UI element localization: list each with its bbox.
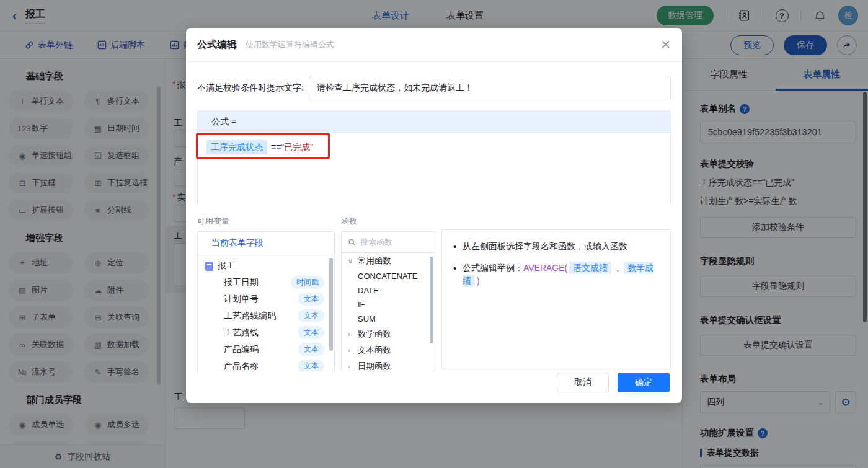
type-badge: 文本 [298,293,324,306]
function-group[interactable]: ›日期函数 [342,358,435,371]
form-root-node[interactable]: 报工 [198,258,334,274]
function-search-input[interactable] [360,237,422,247]
function-group[interactable]: ›文本函数 [342,342,435,358]
prompt-text-input[interactable]: 请检查工序完成状态，如未完成请返工！ [309,76,671,100]
variable-field-row[interactable]: 产品名称文本 [198,358,334,371]
variables-label: 可用变量 [197,216,335,227]
formula-block: 公式 = 工序完成状态=="已完成" [197,110,671,206]
tip-1: 从左侧面板选择字段名和函数，或输入函数 [463,240,627,253]
formula-bar: 公式 = [198,111,670,133]
chevron-down-icon: ∨ [348,257,354,265]
string-token: "已完成" [281,142,313,152]
modal-title: 公式编辑 [197,38,237,51]
functions-column: 函数 ∨常用函数CONCATENATEDATEIFSUM›数学函数›文本函数›日… [341,216,435,371]
chevron-right-icon: › [348,347,354,354]
chevron-right-icon: › [348,363,354,370]
type-badge: 文本 [298,343,324,356]
modal-subtitle: 使用数学运算符编辑公式 [246,39,334,50]
functions-label: 函数 [341,216,435,227]
type-badge: 文本 [298,309,324,322]
function-search[interactable] [342,232,435,253]
function-item[interactable]: SUM [342,312,435,326]
formula-editor-modal: 公式编辑 使用数学运算符编辑公式 ✕ 不满足校验条件时提示文字: 请检查工序完成… [186,28,682,403]
variable-field-row[interactable]: 工艺路线编码文本 [198,307,334,324]
prompt-text-label: 不满足校验条件时提示文字: [197,82,304,94]
variables-scrollbar[interactable] [329,258,333,351]
tips-panel: •从左侧面板选择字段名和函数，或输入函数 • 公式编辑举例：AVERAGE(语文… [441,229,671,369]
variable-field-row[interactable]: 报工日期时间戳 [198,274,334,291]
file-icon [205,262,213,271]
type-badge: 文本 [298,360,324,371]
function-item[interactable]: CONCATENATE [342,269,435,283]
variable-field-row[interactable]: 工艺路线文本 [198,324,334,341]
tips-column: •从左侧面板选择字段名和函数，或输入函数 • 公式编辑举例：AVERAGE(语文… [441,216,671,371]
variable-field-row[interactable]: 计划单号文本 [198,291,334,307]
tip-2: 公式编辑举例：AVERAGE(语文成绩，数学成绩) [463,262,662,287]
field-token[interactable]: 工序完成状态 [206,140,267,154]
type-badge: 时间戳 [291,276,324,289]
function-group[interactable]: ›数学函数 [342,326,435,342]
function-item[interactable]: DATE [342,283,435,298]
current-form-fields-tab[interactable]: 当前表单字段 [198,232,334,254]
confirm-button[interactable]: 确定 [618,373,670,392]
function-item[interactable]: IF [342,298,435,312]
cancel-button[interactable]: 取消 [557,373,609,392]
search-icon [348,238,356,246]
variables-column: 可用变量 当前表单字段 报工 报工日期时间戳计划单号文本工艺路线编码文本工艺路线… [197,216,335,371]
variable-field-row[interactable]: 产品编码文本 [198,341,334,358]
operator-token: == [271,142,281,152]
chevron-right-icon: › [348,330,354,338]
function-group[interactable]: ∨常用函数 [342,253,435,269]
functions-scrollbar[interactable] [430,257,433,343]
type-badge: 文本 [298,326,324,339]
close-icon[interactable]: ✕ [660,38,671,51]
formula-editor[interactable]: 工序完成状态=="已完成" [198,133,670,206]
